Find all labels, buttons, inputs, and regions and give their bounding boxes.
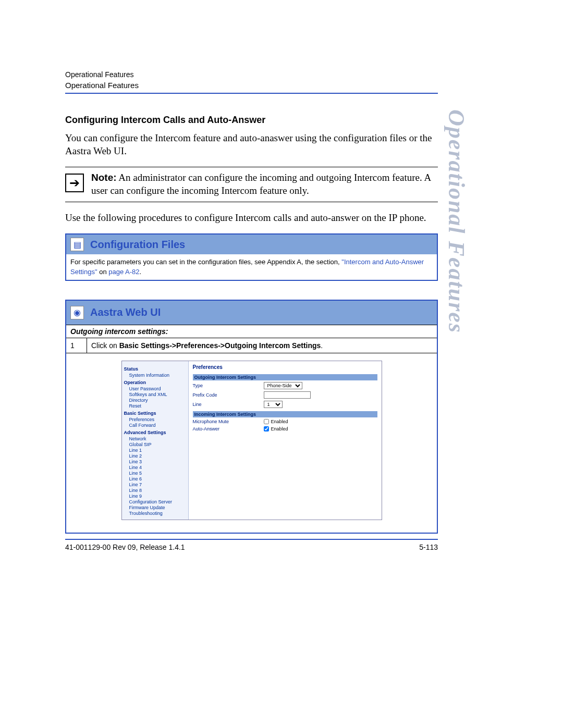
sidebar-item-softkeys-xml[interactable]: Softkeys and XML bbox=[129, 392, 186, 397]
config-body-pre: For specific parameters you can set in t… bbox=[70, 258, 341, 266]
pane-heading: Preferences bbox=[193, 364, 377, 370]
footer-right: 5-113 bbox=[419, 543, 438, 551]
sidebar-cat-status: Status bbox=[124, 366, 186, 372]
panel-header: ◉ Aastra Web UI bbox=[66, 301, 437, 325]
row-mic-mute: Microphone Mute Enabled bbox=[193, 419, 377, 424]
panel-header: ▤ Configuration Files bbox=[66, 235, 437, 254]
checkbox-mic-mute[interactable]: Enabled bbox=[264, 419, 288, 424]
sidebar-item-reset[interactable]: Reset bbox=[129, 403, 186, 409]
checkbox-auto-answer-input[interactable] bbox=[264, 426, 269, 431]
step-row: 1 Click on Basic Settings->Preferences->… bbox=[66, 338, 437, 353]
input-prefix-code[interactable] bbox=[264, 391, 311, 399]
sidebar-item-line4[interactable]: Line 4 bbox=[129, 465, 186, 470]
sidebar-item-line6[interactable]: Line 6 bbox=[129, 476, 186, 482]
sidebar-item-line5[interactable]: Line 5 bbox=[129, 471, 186, 476]
sidebar-item-preferences[interactable]: Preferences bbox=[129, 417, 186, 422]
sidebar-item-firmware-update[interactable]: Firmware Update bbox=[129, 505, 186, 510]
label-type: Type bbox=[193, 383, 261, 388]
note-text: Note: An administrator can configure the… bbox=[91, 171, 438, 197]
footer-left: 41-001129-00 Rev 09, Release 1.4.1 bbox=[65, 543, 185, 551]
config-body-post: . bbox=[140, 268, 142, 276]
section-incoming: Incoming Intercom Settings bbox=[193, 411, 377, 417]
sidebar-item-user-password[interactable]: User Password bbox=[129, 386, 186, 391]
sidebar-item-config-server[interactable]: Configuration Server bbox=[129, 499, 186, 504]
page-footer: 41-001129-00 Rev 09, Release 1.4.1 5-113 bbox=[65, 539, 438, 551]
panel-subtitle: Outgoing intercom settings: bbox=[66, 325, 437, 338]
running-head-small: Operational Features bbox=[65, 70, 438, 79]
main-pane: Preferences Outgoing Intercom Settings T… bbox=[189, 361, 382, 520]
arrow-right-icon: ➔ bbox=[65, 174, 84, 192]
note-label: Note: bbox=[91, 172, 117, 183]
label-prefix: Prefix Code bbox=[193, 392, 261, 398]
panel-body: For specific parameters you can set in t… bbox=[66, 254, 437, 279]
checkbox-auto-answer[interactable]: Enabled bbox=[264, 426, 288, 431]
link-page-a82[interactable]: page A-82 bbox=[108, 268, 139, 276]
page-content: Operational Features Operational Feature… bbox=[65, 70, 438, 552]
sidebar-cat-operation: Operation bbox=[124, 380, 186, 385]
globe-icon: ◉ bbox=[70, 306, 84, 319]
sidebar-cat-advanced-settings: Advanced Settings bbox=[124, 430, 186, 435]
sidebar-item-line2[interactable]: Line 2 bbox=[129, 453, 186, 459]
label-enabled: Enabled bbox=[271, 426, 288, 431]
label-mic-mute: Microphone Mute bbox=[193, 419, 261, 424]
sidebar-item-line8[interactable]: Line 8 bbox=[129, 488, 186, 493]
step-number: 1 bbox=[66, 338, 87, 353]
sidebar-item-directory[interactable]: Directory bbox=[129, 398, 186, 403]
sidebar: Status System Information Operation User… bbox=[122, 361, 189, 520]
step-pre: Click on bbox=[91, 341, 119, 350]
checkbox-mic-mute-input[interactable] bbox=[264, 419, 269, 424]
sidebar-item-troubleshooting[interactable]: Troubleshooting bbox=[129, 511, 186, 516]
note-body: An administrator can configure the incom… bbox=[91, 172, 431, 196]
select-line[interactable]: 1 bbox=[264, 401, 283, 408]
sidebar-item-call-forward[interactable]: Call Forward bbox=[129, 423, 186, 428]
sidebar-item-line7[interactable]: Line 7 bbox=[129, 482, 186, 487]
sidebar-item-line1[interactable]: Line 1 bbox=[129, 448, 186, 453]
aastra-webui-panel: ◉ Aastra Web UI Outgoing intercom settin… bbox=[65, 300, 438, 534]
step-bold: Basic Settings->Preferences->Outgoing In… bbox=[119, 341, 321, 350]
row-auto-answer: Auto-Answer Enabled bbox=[193, 426, 377, 431]
embedded-screenshot: Status System Information Operation User… bbox=[66, 353, 437, 533]
side-chapter-label: Operational Features bbox=[443, 109, 470, 334]
label-line: Line bbox=[193, 402, 261, 407]
sidebar-item-line9[interactable]: Line 9 bbox=[129, 493, 186, 499]
step-post: . bbox=[321, 341, 323, 350]
label-enabled: Enabled bbox=[271, 419, 288, 424]
select-type[interactable]: Phone-Side bbox=[264, 382, 302, 389]
section-heading: Configuring Intercom Calls and Auto-Answ… bbox=[65, 115, 438, 126]
sidebar-item-global-sip[interactable]: Global SIP bbox=[129, 442, 186, 447]
panel-title: Configuration Files bbox=[90, 239, 185, 251]
app-window: Status System Information Operation User… bbox=[121, 361, 382, 520]
panel-title: Aastra Web UI bbox=[90, 306, 161, 318]
row-line: Line 1 bbox=[193, 401, 377, 408]
running-head: Operational Features bbox=[65, 81, 438, 94]
sidebar-item-network[interactable]: Network bbox=[129, 436, 186, 441]
after-note-paragraph: Use the following procedures to configur… bbox=[65, 212, 438, 225]
row-type: Type Phone-Side bbox=[193, 382, 377, 389]
config-body-mid: on bbox=[97, 268, 109, 276]
sidebar-item-line3[interactable]: Line 3 bbox=[129, 459, 186, 464]
row-prefix: Prefix Code bbox=[193, 391, 377, 399]
note-block: ➔ Note: An administrator can configure t… bbox=[65, 167, 438, 202]
config-files-panel: ▤ Configuration Files For specific param… bbox=[65, 233, 438, 280]
section-outgoing: Outgoing Intercom Settings bbox=[193, 374, 377, 380]
sidebar-item-system-information[interactable]: System Information bbox=[129, 373, 186, 378]
sidebar-cat-basic-settings: Basic Settings bbox=[124, 411, 186, 416]
intro-paragraph: You can configure the Intercom feature a… bbox=[65, 132, 438, 157]
label-auto-answer: Auto-Answer bbox=[193, 426, 261, 431]
step-text: Click on Basic Settings->Preferences->Ou… bbox=[87, 338, 437, 353]
document-icon: ▤ bbox=[70, 238, 84, 251]
